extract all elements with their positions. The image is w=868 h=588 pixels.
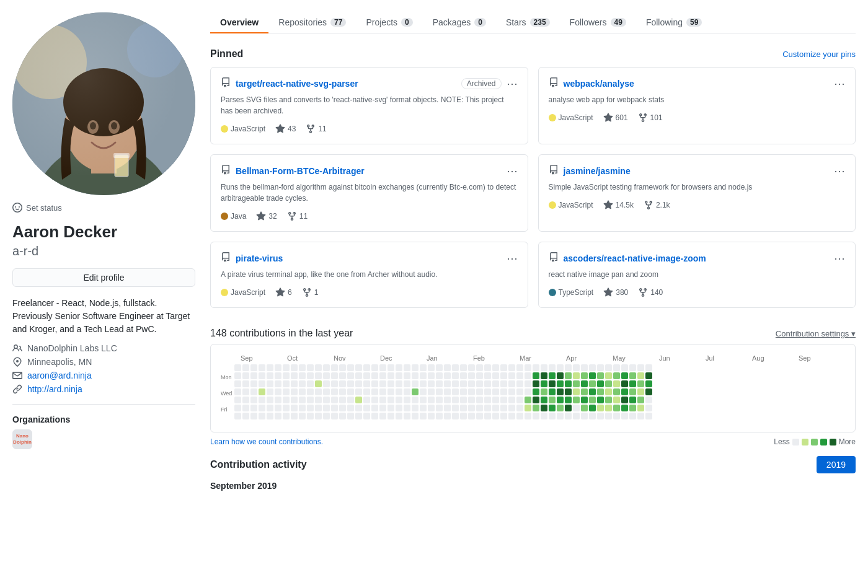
repo-menu-3[interactable]: ⋯	[834, 165, 845, 177]
graph-day	[275, 364, 281, 371]
graph-day	[492, 372, 499, 379]
repo-name-0[interactable]: target/react-native-svg-parser	[236, 79, 358, 89]
organizations-list: Nano Dolphin	[12, 429, 195, 449]
graph-day	[291, 372, 298, 379]
graph-day	[637, 388, 644, 395]
graph-day	[492, 380, 499, 387]
repo-name-5[interactable]: ascoders/react-native-image-zoom	[564, 253, 706, 263]
graph-day	[283, 405, 290, 411]
graph-day	[597, 397, 604, 403]
graph-week	[645, 364, 652, 422]
graph-day	[299, 372, 306, 379]
graph-day	[484, 405, 491, 411]
graph-day	[573, 397, 580, 403]
edit-profile-button[interactable]: Edit profile	[12, 268, 195, 287]
graph-day	[379, 397, 386, 403]
repo-name-4[interactable]: pirate-virus	[236, 253, 283, 263]
graph-day	[549, 364, 556, 371]
graph-day	[267, 380, 273, 387]
graph-day	[315, 413, 322, 419]
repo-icon-2	[221, 165, 231, 177]
graph-day	[428, 380, 435, 387]
graph-day	[613, 413, 620, 419]
year-button[interactable]: 2019	[817, 456, 856, 473]
graph-day	[597, 380, 604, 387]
graph-day	[396, 397, 402, 403]
graph-day	[452, 364, 459, 371]
tab-repositories[interactable]: Repositories 77	[268, 12, 356, 33]
graph-day	[581, 372, 588, 379]
graph-day	[315, 364, 322, 371]
graph-week	[629, 364, 636, 422]
org-nanodolphin[interactable]: Nano Dolphin	[12, 429, 32, 449]
repo-menu-5[interactable]: ⋯	[834, 253, 845, 264]
graph-day	[645, 413, 652, 419]
graph-day	[516, 413, 523, 419]
graph-day	[267, 388, 273, 395]
graph-day	[589, 405, 596, 411]
graph-day	[371, 405, 378, 411]
repo-name-3[interactable]: jasmine/jasmine	[564, 166, 631, 176]
tab-stars[interactable]: Stars 235	[496, 12, 560, 33]
website-link[interactable]: http://ard.ninja	[27, 384, 82, 394]
graph-week	[557, 364, 564, 422]
location-text: Minneapolis, MN	[27, 357, 92, 367]
contributions-title: 148 contributions in the last year	[210, 328, 353, 339]
graph-day	[452, 372, 459, 379]
graph-day	[549, 397, 556, 403]
learn-link[interactable]: Learn how we count contributions.	[210, 437, 323, 446]
smiley-icon	[12, 203, 22, 213]
pinned-repo-3: jasmine/jasmine ⋯ Simple JavaScript test…	[538, 154, 856, 232]
graph-day	[541, 372, 547, 379]
graph-day	[388, 388, 394, 395]
graph-day	[315, 380, 322, 387]
graph-week	[242, 364, 249, 422]
graph-day	[404, 388, 410, 395]
repo-menu-0[interactable]: ⋯	[507, 78, 518, 89]
graph-day	[412, 397, 418, 403]
graph-day	[468, 372, 475, 379]
graph-day	[645, 380, 652, 387]
graph-day	[283, 413, 290, 419]
set-status-button[interactable]: Set status	[12, 203, 195, 213]
repo-menu-2[interactable]: ⋯	[507, 165, 518, 177]
tab-packages[interactable]: Packages 0	[423, 12, 496, 33]
graph-day	[396, 388, 402, 395]
graph-day	[589, 364, 596, 371]
repo-name-2[interactable]: Bellman-Form-BTCe-Arbitrager	[236, 166, 365, 176]
graph-week	[605, 364, 612, 422]
graph-day	[533, 380, 539, 387]
graph-day	[283, 372, 290, 379]
graph-day	[331, 380, 338, 387]
tab-projects[interactable]: Projects 0	[356, 12, 422, 33]
graph-day	[500, 405, 507, 411]
graph-day	[645, 397, 652, 403]
graph-day	[605, 388, 612, 395]
repo-menu-4[interactable]: ⋯	[507, 253, 518, 264]
user-login: a-r-d	[12, 244, 195, 258]
repo-menu-1[interactable]: ⋯	[834, 78, 845, 89]
graph-day	[476, 397, 483, 403]
tab-following[interactable]: Following 59	[636, 12, 712, 33]
email-link[interactable]: aaron@ard.ninja	[27, 371, 92, 380]
graph-day	[259, 372, 265, 379]
contribution-settings-link[interactable]: Contribution settings ▾	[776, 329, 856, 338]
graph-day	[444, 372, 451, 379]
graph-day	[637, 413, 644, 419]
graph-week	[299, 364, 306, 422]
graph-day	[396, 413, 402, 419]
graph-day	[420, 380, 427, 387]
graph-day	[259, 397, 265, 403]
tab-followers[interactable]: Followers 49	[560, 12, 636, 33]
graph-day	[565, 397, 572, 403]
graph-week	[275, 364, 281, 422]
graph-day	[379, 372, 386, 379]
graph-day	[323, 372, 330, 379]
graph-day	[589, 380, 596, 387]
pinned-header: Pinned Customize your pins	[210, 48, 856, 59]
customize-pins-link[interactable]: Customize your pins	[782, 50, 856, 59]
graph-day	[508, 397, 515, 403]
tab-overview[interactable]: Overview	[210, 12, 268, 33]
archived-badge-0: Archived	[461, 78, 502, 89]
repo-name-1[interactable]: webpack/analyse	[564, 79, 634, 89]
